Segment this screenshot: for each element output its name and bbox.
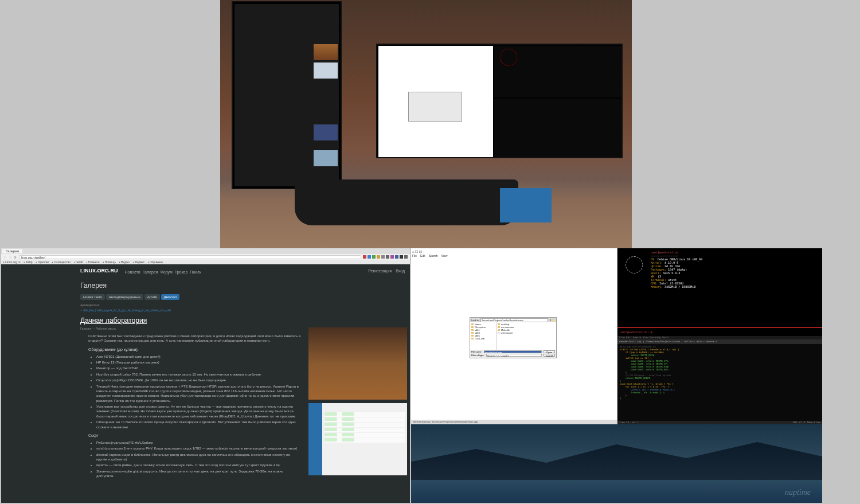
nav-link[interactable]: Поиск bbox=[190, 270, 201, 274]
filter-tab[interactable]: Десктоп bbox=[161, 294, 179, 300]
ext-icon[interactable] bbox=[386, 255, 389, 259]
file-item[interactable]: schemas.txt bbox=[497, 331, 556, 334]
filter-tab[interactable]: Неподтверждённые bbox=[106, 294, 143, 300]
folder-icon bbox=[471, 335, 474, 337]
folder-icon bbox=[471, 329, 474, 331]
article-thumbnails bbox=[308, 327, 407, 479]
page-content: LINUX.ORG.RU НовостиГалереяФорумТрекерПо… bbox=[1, 264, 410, 503]
ext-icon[interactable] bbox=[363, 255, 366, 259]
nav-link[interactable]: Форум bbox=[160, 270, 172, 274]
place-item[interactable]: Card_sdb bbox=[471, 337, 495, 340]
menu-item[interactable]: Search bbox=[429, 254, 438, 257]
list-item: wpa/mv — сила рамки, дни и залежу ночли … bbox=[96, 463, 301, 467]
open-button[interactable]: Open bbox=[544, 350, 555, 353]
list-item: Установил все устройство для уловки фаил… bbox=[96, 404, 301, 419]
code-editor[interactable]: File Edit Search View Encoding Tools dec… bbox=[617, 336, 822, 424]
menu-bar: FileEditSearchView bbox=[412, 254, 447, 257]
filter-tabs: Новая темаНеподтверждённыеАрхивДесктоп bbox=[80, 294, 407, 300]
bookmark-item[interactable]: ▪ Linux.org.ru bbox=[3, 260, 21, 264]
nav-link[interactable]: Галерея bbox=[143, 270, 158, 274]
folder-icon bbox=[498, 329, 500, 331]
ext-icon[interactable] bbox=[395, 255, 398, 259]
desktop-wallpaper: naptime bbox=[411, 424, 822, 503]
auth-link[interactable]: Вход bbox=[396, 269, 405, 273]
thumbnail-photo[interactable] bbox=[308, 327, 407, 400]
file-icon bbox=[498, 332, 499, 334]
site-logo[interactable]: LINUX.ORG.RU bbox=[80, 268, 118, 274]
code-area[interactable]: #include <instrs/decode.h>static inline … bbox=[617, 344, 822, 401]
dialog-header: Look in: /home/user/Projects/cache/decod… bbox=[470, 318, 556, 322]
url-input[interactable]: linux.org.ru/gallery/ bbox=[19, 255, 361, 259]
menu-item[interactable]: View bbox=[441, 254, 448, 257]
nav-link[interactable]: Новости bbox=[125, 270, 140, 274]
bookmark-bar: ▪ Linux.org.ru▪ Хабр▪ Opennet▪ Сообществ… bbox=[1, 260, 410, 264]
filename-input[interactable]: decoderInstr.cpp bbox=[484, 350, 542, 353]
ext-icon[interactable] bbox=[372, 255, 376, 259]
window-controls[interactable]: ⌂ ☐ ⊡ - bbox=[412, 249, 424, 253]
list-item: Работать(туального)FS zfs/LXprlorp bbox=[96, 440, 301, 445]
site-header: LINUX.ORG.RU НовостиГалереяФорумТрекерПо… bbox=[80, 264, 407, 277]
browser-tab[interactable]: Галерея bbox=[2, 249, 22, 253]
bookmark-item[interactable]: ▪ Форекс bbox=[133, 260, 144, 264]
filetype-select[interactable]: Sources *.h, *.cpp,(*) bbox=[486, 354, 542, 357]
page-title: Галерея bbox=[80, 282, 407, 290]
folder-icon bbox=[471, 332, 474, 334]
ext-icon[interactable] bbox=[381, 255, 385, 259]
bookmark-item[interactable]: ▪ Opennet bbox=[36, 260, 49, 264]
filter-tab[interactable]: Новая тема bbox=[80, 294, 105, 300]
editor-tabs[interactable]: decoderInstr.cpp | /home/user/Projects/c… bbox=[617, 339, 822, 344]
browser-window: Галерея ← → ⟳ linux.org.ru/gallery/ ▪ Li… bbox=[1, 248, 410, 503]
file-open-dialog: Look in: /home/user/Projects/cache/decod… bbox=[470, 317, 557, 358]
reload-icon[interactable]: ⟳ bbox=[14, 255, 17, 259]
folder-icon bbox=[498, 326, 500, 328]
address-bar: ← → ⟳ linux.org.ru/gallery/ bbox=[1, 254, 410, 260]
list-item: HP Envy 13 (Текущая рабочая машина) bbox=[96, 360, 301, 365]
bookmark-item[interactable]: ▪ Хабр bbox=[24, 260, 33, 264]
debian-logo-ascii bbox=[620, 251, 648, 279]
status-bar: General directory: /home/user/Projects/c… bbox=[411, 420, 617, 424]
list-item: Ноутбук старый Lafoy 702. Помню зачем ег… bbox=[96, 372, 301, 377]
extension-icons bbox=[363, 255, 408, 259]
bookmark-item[interactable]: ▪ Помощь bbox=[103, 260, 116, 264]
bookmark-item[interactable]: ▪ Обучение bbox=[148, 260, 163, 264]
forward-icon[interactable]: → bbox=[9, 255, 12, 259]
desk-photo bbox=[220, 0, 632, 248]
filter-tab[interactable]: Архив bbox=[144, 294, 160, 300]
ext-icon[interactable] bbox=[390, 255, 394, 259]
list-item: Acer N7591 (Домашний комп для детей) bbox=[96, 354, 301, 359]
article-title[interactable]: Дачная лаборатория bbox=[80, 317, 407, 325]
bookmark-item[interactable]: ▪ Видео bbox=[119, 260, 130, 264]
folder-icon bbox=[471, 326, 474, 328]
ext-icon[interactable] bbox=[400, 255, 403, 259]
files-panel: desktopavr-commonMakefileschemas.txt bbox=[497, 322, 556, 350]
back-icon[interactable]: ← bbox=[3, 255, 7, 259]
bookmark-item[interactable]: ▪ reddit bbox=[74, 260, 83, 264]
location-field[interactable]: /home/user/Projects/cache/decoderInstrs bbox=[480, 318, 548, 322]
auth-link[interactable]: Регистрация bbox=[368, 269, 392, 273]
attach-link[interactable]: ✓ dsk_lwn_inxido_qrymk_lkl_3_pgc_vk_sban… bbox=[80, 308, 407, 312]
terminal-neofetch[interactable]: user@workstation────────────────OS: Debi… bbox=[617, 248, 822, 336]
thumbnail-screenshot[interactable] bbox=[308, 403, 407, 475]
list-item: Монитор — под Dell P7H2 bbox=[96, 366, 301, 370]
cancel-button[interactable]: Cancel bbox=[544, 354, 555, 357]
filename-label: File name: bbox=[471, 350, 482, 353]
new-folder-icon[interactable]: 📁 bbox=[552, 319, 555, 322]
shell-prompt[interactable]: user@workstation:~$ bbox=[620, 330, 652, 334]
ext-icon[interactable] bbox=[368, 255, 371, 259]
folder-icon bbox=[498, 323, 500, 325]
menu-icon[interactable] bbox=[404, 255, 408, 259]
horizontal-monitor bbox=[376, 44, 623, 158]
bookmark-item[interactable]: ▪ Планета bbox=[87, 260, 100, 264]
nav-link[interactable]: Трекер bbox=[175, 270, 188, 274]
list-item: sshd (использую 2ne-x отделы РНУ. Когда … bbox=[96, 446, 301, 451]
up-icon[interactable]: ⬆ bbox=[549, 319, 551, 322]
menu-item[interactable]: Edit bbox=[420, 254, 425, 257]
ext-icon[interactable] bbox=[377, 255, 380, 259]
menu-item[interactable]: File bbox=[412, 254, 417, 257]
tab-strip: Галерея bbox=[1, 248, 410, 254]
wallpaper-signature: naptime bbox=[785, 488, 811, 497]
bookmark-item[interactable]: ▪ Сообщество bbox=[52, 260, 71, 264]
list-item: Осциллограф Rigol DS1052E. Да 100V он же… bbox=[96, 378, 301, 382]
list-item: dnsmall (agresa ищая в библиотек. Исполь… bbox=[96, 452, 301, 462]
list-item: Slave+accuremu+sqlite global опрусить. И… bbox=[96, 469, 301, 479]
